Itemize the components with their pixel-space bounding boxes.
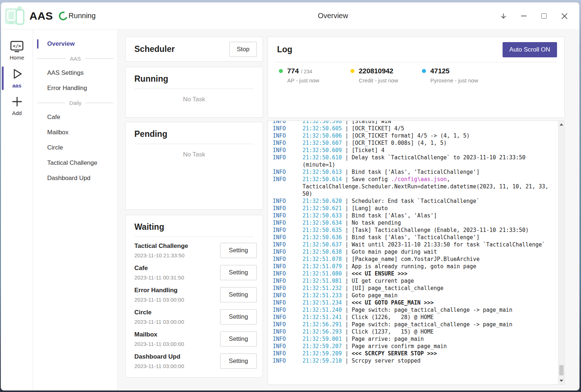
setting-button-tactical-challenge[interactable]: Setting (220, 243, 257, 258)
waiting-item-info: Mailbox2023-11-11 03:00:00 (134, 331, 184, 347)
divider (134, 89, 254, 89)
log-title: Log (277, 45, 292, 54)
rail-label-aas: aas (12, 82, 21, 89)
setting-button-mailbox[interactable]: Setting (220, 331, 257, 347)
sidebar-item-error-handling[interactable]: Error Handling (33, 81, 117, 96)
log-entry: INFO21:32:50.634 | No task pending (273, 219, 554, 226)
waiting-item-info: Error Handling2023-11-11 03:00:00 (134, 287, 184, 303)
rail-item-home[interactable]: </> Home (1, 38, 33, 64)
maximize-icon[interactable] (539, 11, 549, 21)
nav-rail: </> Home aas Add (1, 30, 33, 390)
log-entry: INFO21:32:59.210 | Scrcpy server stopped (273, 357, 554, 364)
stat-label: AP - just now (287, 77, 319, 83)
waiting-item-info: Tactical Challenge2023-11-10 21:33:50 (134, 242, 188, 258)
log-entry: INFO21:32:50.613 | Bind task ['Alas', 'T… (273, 168, 554, 176)
log-panel: INFO21:32:50.598 | [Status] WININFO21:32… (268, 121, 565, 385)
waiting-item-circle: Circle2023-11-11 03:00:00Setting (134, 306, 257, 328)
waiting-item-error-handling: Error Handling2023-11-11 03:00:00Setting (134, 283, 257, 306)
pending-card: Pending No Task (125, 122, 263, 210)
waiting-item-info: Cafe2023-11-11 00:31:50 (134, 265, 184, 281)
log-entry: INFO21:32:50.620 | Scheduler: End task `… (273, 197, 554, 205)
waiting-title: Waiting (134, 222, 257, 232)
sidebar-item-aas-settings[interactable]: AAS Settings (33, 65, 117, 81)
log-scrollbar[interactable] (558, 121, 564, 384)
scrollbar-thumb[interactable] (559, 365, 564, 375)
setting-button-cafe[interactable]: Setting (220, 265, 257, 280)
running-card: Running No Task (125, 67, 263, 118)
sidebar-item-mailbox[interactable]: Mailbox (33, 125, 117, 140)
log-entry: INFO21:32:51.080 | <<< UI ENSURE >>> (273, 270, 554, 277)
divider (134, 144, 254, 144)
download-update-icon[interactable] (498, 11, 509, 21)
waiting-item-dashboard-upd: Dashboard Upd2023-11-11 03:00:00Setting (134, 350, 257, 372)
app-name: AAS (29, 10, 53, 22)
stat-label: Credit - just now (359, 77, 398, 83)
stat-pyroxene: 47125Pyroxene - just now (422, 67, 493, 83)
setting-button-dashboard-upd[interactable]: Setting (220, 354, 257, 369)
pending-empty-label: No Task (134, 151, 254, 158)
scroll-down-icon[interactable] (560, 380, 563, 382)
stat-suffix: / 234 (301, 69, 312, 74)
rail-item-aas[interactable]: aas (1, 64, 33, 92)
stat-label: Pyroxene - just now (430, 77, 478, 83)
waiting-item-cafe: Cafe2023-11-11 00:31:50Setting (134, 261, 257, 283)
scheduler-card: Scheduler Stop (125, 37, 263, 62)
auto-scroll-button[interactable]: Auto Scroll ON (503, 42, 557, 57)
waiting-item-info: Circle2023-11-11 03:00:00 (134, 309, 184, 325)
rail-label-home: Home (9, 54, 24, 61)
minimize-icon[interactable] (518, 11, 529, 21)
log-entry: INFO21:32:56.291 | Page switch: page_tac… (273, 321, 554, 328)
log-entry: INFO21:32:51.234 | <<< UI GOTO PAGE_MAIN… (273, 299, 554, 306)
waiting-card: Waiting Tactical Challenge2023-11-10 21:… (125, 215, 263, 377)
log-entry: INFO21:32:50.635 | [Task] TacticalChalle… (273, 226, 554, 234)
waiting-item-info: Dashboard Upd2023-11-11 03:00:00 (134, 353, 184, 369)
rail-item-add[interactable]: Add (1, 92, 33, 120)
setting-button-circle[interactable]: Setting (220, 309, 257, 324)
log-output[interactable]: INFO21:32:50.598 | [Status] WININFO21:32… (268, 121, 558, 384)
task-next-run: 2023-11-11 03:00:00 (134, 363, 184, 369)
sidebar-item-overview[interactable]: Overview (33, 36, 117, 52)
log-entry: INFO21:32:50.633 | Bind task ['Alas', 'A… (273, 212, 554, 219)
scheduler-status-label: Running (69, 12, 96, 20)
stat-value: 220810942 (359, 67, 393, 75)
sidebar-item-circle[interactable]: Circle (33, 140, 117, 155)
sidebar-section-daily: Daily (33, 96, 117, 110)
log-entry: INFO21:32:51.241 | Click (1226, 28) @ HO… (273, 314, 554, 321)
task-name: Mailbox (134, 331, 184, 338)
log-entry: INFO21:32:51.240 | Page switch: page_tac… (273, 306, 554, 314)
task-next-run: 2023-11-10 21:33:50 (134, 252, 188, 258)
task-next-run: 2023-11-11 03:00:00 (134, 297, 184, 303)
titlebar: AAS Running Overview (1, 3, 579, 29)
stat-dot-icon (279, 69, 283, 73)
close-icon[interactable] (559, 11, 570, 21)
task-next-run: 2023-11-11 03:00:00 (134, 341, 184, 347)
log-entry: INFO21:32:51.081 | UI get current page (273, 277, 554, 285)
rail-label-add: Add (12, 110, 22, 116)
app-window: AAS Running Overview </> Home (1, 2, 580, 391)
waiting-item-tactical-challenge: Tactical Challenge2023-11-10 21:33:50Set… (134, 239, 257, 261)
sidebar: OverviewAASAAS SettingsError HandlingDai… (33, 30, 118, 390)
scheduler-title: Scheduler (134, 44, 175, 54)
log-entry: INFO21:32:56.293 | Click (1237, 15) @ HO… (273, 328, 554, 335)
stop-button[interactable]: Stop (229, 42, 257, 57)
sidebar-item-tactical-challenge[interactable]: Tactical Challenge (33, 155, 117, 171)
stat-dot-icon (422, 69, 426, 73)
sidebar-item-dashboard-upd[interactable]: Dashboard Upd (33, 171, 117, 186)
log-entry: INFO21:32:50.636 | Bind task ['Alas', 'T… (273, 234, 554, 241)
sidebar-item-cafe[interactable]: Cafe (33, 110, 117, 125)
log-entry: INFO21:32:51.232 | [UI] page_tactical_ch… (273, 285, 554, 292)
running-spinner-icon (57, 10, 69, 22)
setting-button-error-handling[interactable]: Setting (220, 287, 257, 302)
stat-credit: 220810942Credit - just now (350, 67, 422, 83)
task-next-run: 2023-11-11 00:31:50 (134, 274, 184, 281)
task-name: Error Handling (134, 287, 184, 294)
task-name: Cafe (134, 265, 184, 272)
play-icon (10, 67, 24, 81)
log-entry: INFO21:32:50.607 | [OCR_TICKET 0.008s] (… (273, 139, 554, 147)
scroll-up-icon[interactable] (560, 123, 563, 126)
task-next-run: 2023-11-11 03:00:00 (134, 319, 184, 325)
waiting-list: Tactical Challenge2023-11-10 21:33:50Set… (134, 239, 257, 372)
task-name: Dashboard Upd (134, 353, 184, 360)
log-stats: 774/ 234AP - just now220810942Credit - j… (275, 67, 557, 83)
app-logo-icon (4, 5, 26, 27)
